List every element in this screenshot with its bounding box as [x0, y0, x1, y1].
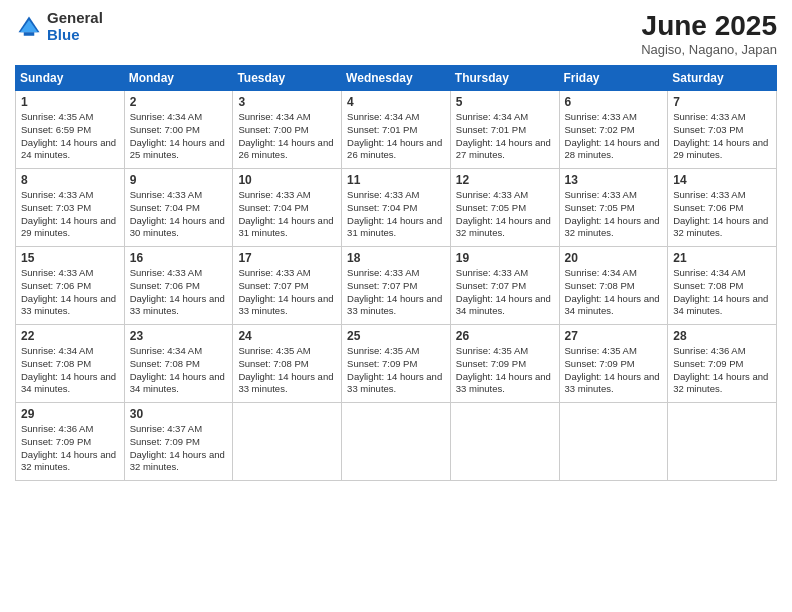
day-number: 10 — [238, 173, 336, 187]
daylight-text: Daylight: 14 hours and 26 minutes. — [238, 137, 333, 161]
sunset-text: Sunset: 7:01 PM — [347, 124, 417, 135]
col-tuesday: Tuesday — [233, 66, 342, 91]
sunrise-text: Sunrise: 4:33 AM — [673, 189, 745, 200]
table-row — [450, 403, 559, 481]
day-info: Sunrise: 4:33 AM Sunset: 7:07 PM Dayligh… — [456, 267, 554, 318]
daylight-text: Daylight: 14 hours and 33 minutes. — [21, 293, 116, 317]
sunset-text: Sunset: 7:07 PM — [238, 280, 308, 291]
table-row: 5 Sunrise: 4:34 AM Sunset: 7:01 PM Dayli… — [450, 91, 559, 169]
day-number: 21 — [673, 251, 771, 265]
daylight-text: Daylight: 14 hours and 34 minutes. — [565, 293, 660, 317]
table-row: 28 Sunrise: 4:36 AM Sunset: 7:09 PM Dayl… — [668, 325, 777, 403]
day-number: 14 — [673, 173, 771, 187]
title-block: June 2025 Nagiso, Nagano, Japan — [641, 10, 777, 57]
day-info: Sunrise: 4:36 AM Sunset: 7:09 PM Dayligh… — [673, 345, 771, 396]
table-row — [668, 403, 777, 481]
sunrise-text: Sunrise: 4:35 AM — [238, 345, 310, 356]
calendar-row: 29 Sunrise: 4:36 AM Sunset: 7:09 PM Dayl… — [16, 403, 777, 481]
col-wednesday: Wednesday — [342, 66, 451, 91]
day-number: 1 — [21, 95, 119, 109]
table-row: 12 Sunrise: 4:33 AM Sunset: 7:05 PM Dayl… — [450, 169, 559, 247]
day-info: Sunrise: 4:34 AM Sunset: 7:00 PM Dayligh… — [238, 111, 336, 162]
day-info: Sunrise: 4:34 AM Sunset: 7:08 PM Dayligh… — [130, 345, 228, 396]
day-number: 27 — [565, 329, 663, 343]
day-info: Sunrise: 4:34 AM Sunset: 7:01 PM Dayligh… — [347, 111, 445, 162]
day-info: Sunrise: 4:34 AM Sunset: 7:00 PM Dayligh… — [130, 111, 228, 162]
sunrise-text: Sunrise: 4:34 AM — [347, 111, 419, 122]
daylight-text: Daylight: 14 hours and 29 minutes. — [21, 215, 116, 239]
daylight-text: Daylight: 14 hours and 24 minutes. — [21, 137, 116, 161]
logo: General Blue — [15, 10, 103, 43]
sunset-text: Sunset: 7:03 PM — [21, 202, 91, 213]
table-row: 19 Sunrise: 4:33 AM Sunset: 7:07 PM Dayl… — [450, 247, 559, 325]
table-row: 10 Sunrise: 4:33 AM Sunset: 7:04 PM Dayl… — [233, 169, 342, 247]
daylight-text: Daylight: 14 hours and 33 minutes. — [565, 371, 660, 395]
day-number: 4 — [347, 95, 445, 109]
table-row: 25 Sunrise: 4:35 AM Sunset: 7:09 PM Dayl… — [342, 325, 451, 403]
daylight-text: Daylight: 14 hours and 26 minutes. — [347, 137, 442, 161]
sunrise-text: Sunrise: 4:34 AM — [130, 111, 202, 122]
day-number: 22 — [21, 329, 119, 343]
table-row — [233, 403, 342, 481]
sunrise-text: Sunrise: 4:36 AM — [673, 345, 745, 356]
svg-rect-2 — [24, 32, 35, 36]
sunset-text: Sunset: 7:00 PM — [238, 124, 308, 135]
table-row: 21 Sunrise: 4:34 AM Sunset: 7:08 PM Dayl… — [668, 247, 777, 325]
table-row: 18 Sunrise: 4:33 AM Sunset: 7:07 PM Dayl… — [342, 247, 451, 325]
sunrise-text: Sunrise: 4:33 AM — [456, 189, 528, 200]
table-row — [559, 403, 668, 481]
day-number: 12 — [456, 173, 554, 187]
daylight-text: Daylight: 14 hours and 32 minutes. — [21, 449, 116, 473]
calendar-header-row: Sunday Monday Tuesday Wednesday Thursday… — [16, 66, 777, 91]
day-info: Sunrise: 4:33 AM Sunset: 7:02 PM Dayligh… — [565, 111, 663, 162]
daylight-text: Daylight: 14 hours and 33 minutes. — [347, 293, 442, 317]
day-info: Sunrise: 4:35 AM Sunset: 6:59 PM Dayligh… — [21, 111, 119, 162]
table-row: 13 Sunrise: 4:33 AM Sunset: 7:05 PM Dayl… — [559, 169, 668, 247]
table-row: 30 Sunrise: 4:37 AM Sunset: 7:09 PM Dayl… — [124, 403, 233, 481]
day-info: Sunrise: 4:35 AM Sunset: 7:09 PM Dayligh… — [456, 345, 554, 396]
sunrise-text: Sunrise: 4:36 AM — [21, 423, 93, 434]
month-title: June 2025 — [641, 10, 777, 42]
calendar-row: 1 Sunrise: 4:35 AM Sunset: 6:59 PM Dayli… — [16, 91, 777, 169]
sunset-text: Sunset: 7:08 PM — [21, 358, 91, 369]
day-info: Sunrise: 4:33 AM Sunset: 7:06 PM Dayligh… — [130, 267, 228, 318]
col-saturday: Saturday — [668, 66, 777, 91]
day-number: 30 — [130, 407, 228, 421]
table-row: 2 Sunrise: 4:34 AM Sunset: 7:00 PM Dayli… — [124, 91, 233, 169]
header: General Blue June 2025 Nagiso, Nagano, J… — [15, 10, 777, 57]
daylight-text: Daylight: 14 hours and 33 minutes. — [456, 371, 551, 395]
day-number: 7 — [673, 95, 771, 109]
day-info: Sunrise: 4:33 AM Sunset: 7:04 PM Dayligh… — [347, 189, 445, 240]
day-number: 15 — [21, 251, 119, 265]
day-info: Sunrise: 4:33 AM Sunset: 7:03 PM Dayligh… — [673, 111, 771, 162]
daylight-text: Daylight: 14 hours and 33 minutes. — [238, 371, 333, 395]
sunrise-text: Sunrise: 4:33 AM — [238, 267, 310, 278]
day-number: 9 — [130, 173, 228, 187]
sunrise-text: Sunrise: 4:33 AM — [456, 267, 528, 278]
sunset-text: Sunset: 7:09 PM — [456, 358, 526, 369]
sunrise-text: Sunrise: 4:34 AM — [673, 267, 745, 278]
sunset-text: Sunset: 7:09 PM — [565, 358, 635, 369]
sunrise-text: Sunrise: 4:35 AM — [21, 111, 93, 122]
daylight-text: Daylight: 14 hours and 25 minutes. — [130, 137, 225, 161]
table-row: 16 Sunrise: 4:33 AM Sunset: 7:06 PM Dayl… — [124, 247, 233, 325]
location: Nagiso, Nagano, Japan — [641, 42, 777, 57]
table-row: 1 Sunrise: 4:35 AM Sunset: 6:59 PM Dayli… — [16, 91, 125, 169]
daylight-text: Daylight: 14 hours and 28 minutes. — [565, 137, 660, 161]
sunset-text: Sunset: 7:08 PM — [565, 280, 635, 291]
daylight-text: Daylight: 14 hours and 33 minutes. — [347, 371, 442, 395]
daylight-text: Daylight: 14 hours and 31 minutes. — [347, 215, 442, 239]
sunrise-text: Sunrise: 4:33 AM — [21, 189, 93, 200]
day-info: Sunrise: 4:34 AM Sunset: 7:01 PM Dayligh… — [456, 111, 554, 162]
table-row: 8 Sunrise: 4:33 AM Sunset: 7:03 PM Dayli… — [16, 169, 125, 247]
daylight-text: Daylight: 14 hours and 32 minutes. — [130, 449, 225, 473]
day-info: Sunrise: 4:33 AM Sunset: 7:06 PM Dayligh… — [21, 267, 119, 318]
day-info: Sunrise: 4:33 AM Sunset: 7:05 PM Dayligh… — [456, 189, 554, 240]
day-number: 3 — [238, 95, 336, 109]
daylight-text: Daylight: 14 hours and 27 minutes. — [456, 137, 551, 161]
daylight-text: Daylight: 14 hours and 32 minutes. — [565, 215, 660, 239]
day-number: 24 — [238, 329, 336, 343]
sunset-text: Sunset: 7:03 PM — [673, 124, 743, 135]
day-info: Sunrise: 4:33 AM Sunset: 7:07 PM Dayligh… — [347, 267, 445, 318]
sunset-text: Sunset: 7:07 PM — [347, 280, 417, 291]
